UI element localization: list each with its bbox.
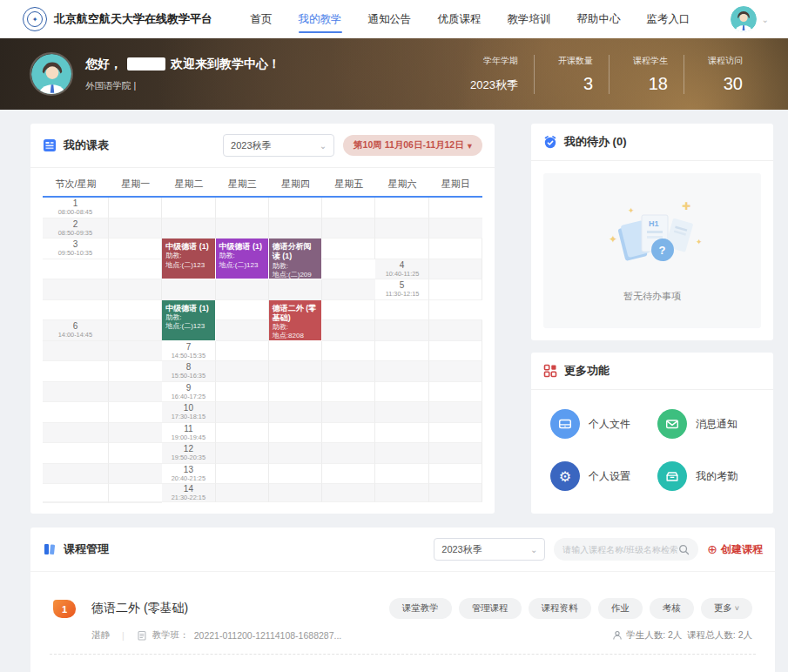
banner-stats: 学年学期 2023秋季 开课数量 3 课程学生 18 课程访问 30 — [455, 55, 758, 94]
course-title[interactable]: 德语二外 (零基础) — [91, 601, 188, 616]
timetable-cell — [375, 361, 428, 382]
todo-card: 我的待办 (0) H1 ? ✦ ✦ ✚ ✦ — [531, 124, 773, 340]
timetable-cell — [216, 484, 269, 502]
timetable-cell — [269, 464, 322, 485]
svg-text:H1: H1 — [649, 219, 659, 228]
department-label: 外国语学院 | — [85, 80, 280, 92]
timetable-cell — [109, 402, 162, 423]
timetable-cell — [109, 423, 162, 444]
timetable-cell — [375, 443, 428, 464]
timetable-col-header: 星期三 — [216, 171, 269, 198]
timetable-course-block[interactable]: 中级德语 (1)助教:地点:(二)123 — [216, 239, 268, 279]
nav-item-my-teaching[interactable]: 我的教学 — [299, 1, 342, 38]
grid-icon — [543, 364, 557, 378]
timetable-cell — [43, 341, 109, 362]
timetable-slot-label: 1219:50-20:35 — [162, 443, 215, 464]
alarm-check-icon — [543, 135, 557, 149]
more-functions-card: 更多功能 个人文件 消息通知 ⚙ 个人设置 — [531, 353, 773, 514]
timetable-cell — [269, 484, 322, 502]
nav-item-training[interactable]: 教学培训 — [508, 1, 551, 38]
timetable-cell — [43, 279, 109, 300]
course-index-badge: 1 — [53, 600, 76, 618]
caret-down-icon: ▾ — [468, 140, 472, 151]
timetable-col-header: 节次/星期 — [43, 171, 109, 198]
timetable-cell — [322, 361, 375, 382]
divider: | — [122, 630, 125, 641]
nav-item-proctor-entry[interactable]: 监考入口 — [647, 1, 690, 38]
timetable-slot-label: 714:50-15:35 — [162, 341, 215, 362]
course-row: 1 德语二外 (零基础) 课堂教学 管理课程 课程资料 作业 考核 更多 ˅ — [50, 579, 756, 654]
timetable-cell — [43, 464, 109, 485]
timetable-cell — [322, 239, 375, 259]
timetable-slot-label: 1119:00-19:45 — [162, 423, 215, 444]
greeting-suffix: 欢迎来到教学中心！ — [171, 57, 280, 72]
create-course-button[interactable]: ⊕ 创建课程 — [707, 542, 763, 557]
timetable-course-block[interactable]: 中级德语 (1)助教:地点:(二)123 — [162, 300, 214, 340]
term-select[interactable]: 2023秋季 ⌄ — [223, 134, 334, 157]
timetable-course-block[interactable]: 中级德语 (1)助教:地点:(二)123 — [162, 239, 214, 279]
timetable-cell — [322, 443, 375, 464]
timetable-cell — [43, 259, 109, 280]
timetable-cell — [216, 218, 269, 239]
timetable-slot-label: 511:30-12:15 — [375, 279, 428, 300]
search-icon[interactable] — [678, 544, 690, 555]
avatar-caret-icon[interactable]: ⌄ — [762, 15, 769, 24]
person-icon — [612, 630, 623, 641]
timetable-cell — [109, 502, 162, 503]
timetable-slot-label: 208:50-09:35 — [43, 218, 109, 239]
timetable-cell — [162, 218, 215, 239]
timetable-card: 我的课表 2023秋季 ⌄ 第10周 11月06日-11月12日 ▾ 节次/星期… — [30, 124, 495, 514]
course-term-select[interactable]: 2023秋季 ⌄ — [434, 538, 545, 561]
students-count: 学生人数: 2人 — [612, 629, 682, 642]
more-functions-header: 更多功能 — [531, 353, 773, 390]
course-management-card: 课程管理 2023秋季 ⌄ ⊕ 创建课程 1 德语二外 ( — [30, 528, 775, 672]
action-course-materials-button[interactable]: 课程资料 — [529, 598, 591, 619]
timetable-cell — [43, 502, 109, 503]
course-management-header: 课程管理 2023秋季 ⌄ ⊕ 创建课程 — [30, 528, 775, 572]
timetable-cell — [429, 443, 482, 464]
course-meta: 湛静 | 教学班： 20221-011200-12114108-1688287.… — [91, 629, 752, 642]
gear-icon: ⚙ — [550, 461, 580, 491]
course-row: 2 德语分析阅读 (1) 课堂教学 管理课程 课程资料 作业 考核 更多 ˅ — [50, 654, 756, 672]
timetable-cell — [375, 423, 428, 444]
course-teacher: 湛静 — [91, 629, 110, 642]
week-range-pill[interactable]: 第10周 11月06日-11月12日 ▾ — [343, 135, 482, 156]
nav-menu: 首页 我的教学 通知公告 优质课程 教学培训 帮助中心 监考入口 — [251, 1, 690, 38]
timetable-cell — [109, 198, 162, 218]
redacted-username — [127, 57, 165, 71]
timetable-cell — [429, 198, 482, 218]
timetable-cell — [429, 464, 482, 485]
todo-body: H1 ? ✦ ✦ ✚ ✦ 暂无待办事项 — [531, 161, 773, 340]
brand: ✦ 北京航空航天大学在线教学平台 — [23, 7, 212, 31]
timetable-cell — [109, 361, 162, 382]
timetable-slot-label: 410:40-11:25 — [375, 259, 428, 280]
action-classroom-teaching-button[interactable]: 课堂教学 — [389, 598, 452, 619]
class-code: 20221-011200-12114108-1688287... — [194, 630, 342, 641]
timetable-cell — [216, 402, 269, 423]
timetable-cell — [269, 279, 322, 300]
timetable-slot-label: 916:40-17:25 — [162, 382, 215, 403]
timetable-col-header: 星期五 — [322, 171, 375, 198]
timetable-grid: 节次/星期星期一星期二星期三星期四星期五星期六星期日108:00-08:4520… — [43, 171, 482, 503]
user-avatar[interactable] — [731, 6, 757, 32]
books-icon — [43, 542, 57, 556]
more-item-notifications[interactable]: 消息通知 — [657, 409, 764, 439]
timetable-col-header: 星期六 — [375, 171, 428, 198]
nav-item-quality-courses[interactable]: 优质课程 — [438, 1, 482, 38]
timetable-course-block[interactable]: 德语二外 (零基础)助教:地点:8208 — [269, 300, 321, 340]
more-item-my-attendance[interactable]: 我的考勤 — [657, 461, 764, 491]
action-manage-course-button[interactable]: 管理课程 — [459, 598, 522, 619]
nav-item-notices[interactable]: 通知公告 — [368, 1, 412, 38]
timetable-course-block[interactable]: 德语分析阅读 (1)助教:地点:(二)209 — [269, 239, 321, 279]
timetable-cell — [429, 218, 482, 239]
action-homework-button[interactable]: 作业 — [598, 598, 643, 619]
action-more-button[interactable]: 更多 ˅ — [701, 598, 752, 619]
course-search-input[interactable] — [562, 545, 678, 554]
course-search[interactable] — [554, 538, 698, 561]
timetable-cell — [269, 443, 322, 464]
more-item-personal-settings[interactable]: ⚙ 个人设置 — [550, 461, 657, 491]
nav-item-home[interactable]: 首页 — [251, 1, 273, 38]
more-item-personal-files[interactable]: 个人文件 — [550, 409, 657, 439]
action-assessment-button[interactable]: 考核 — [650, 598, 694, 619]
nav-item-help-center[interactable]: 帮助中心 — [577, 1, 621, 38]
